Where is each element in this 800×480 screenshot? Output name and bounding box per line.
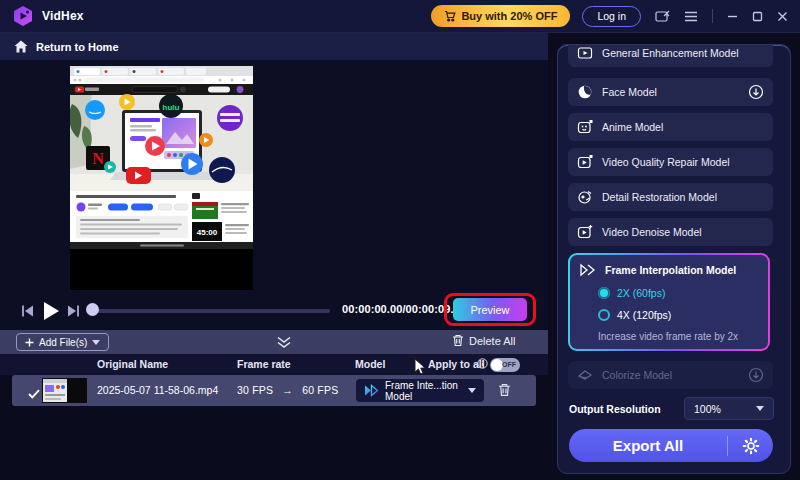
- video-quality-repair-icon: [577, 154, 593, 170]
- colorize-model-icon: [577, 367, 593, 383]
- seek-bar[interactable]: [93, 309, 330, 313]
- plus-icon: [25, 338, 34, 347]
- app-title: VidHex: [42, 9, 84, 23]
- selected-model-label: Frame Interpolation Model: [605, 264, 736, 276]
- delete-all-label: Delete All: [469, 335, 515, 347]
- export-all-button[interactable]: Export All: [569, 429, 773, 462]
- fps-from: 30 FPS: [237, 384, 273, 396]
- menu-icon[interactable]: [684, 11, 698, 22]
- video-duration-badge: 45:00: [197, 228, 218, 237]
- radio-selected-icon: [598, 287, 610, 299]
- face-model-icon: [577, 84, 593, 100]
- model-item-detail-restoration[interactable]: Detail Restoration Model: [568, 183, 773, 211]
- model-item-video-denoise[interactable]: Video Denoise Model: [568, 218, 773, 246]
- model-item-label: Colorize Model: [602, 369, 672, 381]
- apply-to-all-toggle[interactable]: OFF: [490, 358, 520, 372]
- file-name: 2025-05-07 11-58-06.mp4: [97, 384, 218, 396]
- player-controls: 00:00:00.00/00:00:09.18 Preview: [0, 293, 548, 330]
- row-model-value: Frame Inte...tion Model: [385, 380, 462, 402]
- buy-button-label: Buy with 20% OFF: [461, 10, 557, 22]
- maximize-button[interactable]: [752, 11, 763, 22]
- model-item-label: Face Model: [602, 86, 657, 98]
- model-item-video-quality-repair[interactable]: Video Quality Repair Model: [568, 148, 773, 176]
- export-settings-gear-icon[interactable]: [728, 437, 773, 455]
- netflix-logo: N: [92, 150, 104, 167]
- title-bar: VidHex Buy with 20% OFF Log in: [0, 0, 800, 33]
- model-item-label: Video Denoise Model: [602, 226, 702, 238]
- add-files-caret-icon: [92, 340, 100, 345]
- previous-frame-button[interactable]: [20, 304, 35, 322]
- model-item-frame-interpolation[interactable]: Frame Interpolation Model 2X (60fps) 4X …: [568, 253, 770, 351]
- row-model-dropdown[interactable]: Frame Inte...tion Model: [356, 379, 484, 402]
- model-item-label: Anime Model: [602, 121, 663, 133]
- login-button-label: Log in: [597, 10, 626, 22]
- model-item-anime[interactable]: Anime Model: [568, 113, 773, 141]
- row-delete-button[interactable]: [498, 383, 511, 401]
- home-icon: [14, 40, 28, 53]
- seek-thumb[interactable]: [86, 303, 99, 316]
- download-icon-disabled[interactable]: [748, 367, 764, 383]
- model-item-label: Detail Restoration Model: [602, 191, 717, 203]
- output-resolution-label: Output Resolution: [569, 403, 661, 415]
- fps-arrow: →: [282, 384, 293, 396]
- preview-button-label: Preview: [470, 304, 509, 316]
- video-denoise-icon: [577, 224, 593, 240]
- model-item-label: Video Quality Repair Model: [602, 156, 730, 168]
- buy-discount-button[interactable]: Buy with 20% OFF: [431, 5, 570, 27]
- add-files-button[interactable]: Add File(s): [16, 333, 109, 351]
- frame-interpolation-icon: [579, 263, 596, 277]
- option-4x-label: 4X (120fps): [617, 309, 671, 321]
- models-panel: General Enhancement Model Face Model: [557, 44, 791, 474]
- preview-button[interactable]: Preview: [453, 298, 527, 321]
- add-files-label: Add File(s): [39, 337, 87, 348]
- export-all-label: Export All: [569, 437, 727, 454]
- toggle-state-label: OFF: [502, 361, 516, 368]
- model-item-general-enhancement[interactable]: General Enhancement Model: [568, 44, 773, 67]
- row-selected-check-icon[interactable]: [28, 385, 40, 403]
- delete-all-button[interactable]: Delete All: [452, 334, 515, 347]
- output-resolution-value: 100%: [694, 403, 721, 415]
- model-item-colorize[interactable]: Colorize Model: [568, 361, 773, 389]
- file-toolbar: Add File(s) Delete All: [0, 330, 548, 354]
- cart-icon: [444, 10, 456, 22]
- info-icon[interactable]: [477, 358, 488, 371]
- anime-model-icon: [577, 119, 593, 135]
- selected-model-description: Increase video frame rate by 2x: [598, 331, 738, 342]
- next-frame-button[interactable]: [66, 304, 81, 322]
- detail-restoration-icon: [577, 189, 593, 205]
- login-button[interactable]: Log in: [582, 6, 641, 27]
- return-home-link[interactable]: Return to Home: [0, 33, 548, 60]
- video-preview[interactable]: hulu N: [70, 66, 253, 290]
- app-logo-icon: [12, 5, 34, 27]
- file-thumbnail: [42, 378, 87, 407]
- close-button[interactable]: [777, 11, 788, 22]
- play-button[interactable]: [42, 301, 60, 325]
- model-item-face[interactable]: Face Model: [568, 78, 773, 106]
- minimize-button[interactable]: [727, 11, 738, 22]
- radio-unselected-icon: [598, 309, 610, 321]
- general-enhancement-icon: [577, 45, 593, 61]
- collapse-panel-icon[interactable]: [274, 335, 294, 353]
- output-resolution-caret-icon: [756, 406, 764, 411]
- output-resolution-dropdown[interactable]: 100%: [684, 397, 774, 420]
- hulu-logo: hulu: [163, 103, 180, 112]
- vidhex-window: VidHex Buy with 20% OFF Log in: [0, 0, 800, 480]
- titlebar-divider: [712, 9, 713, 23]
- feedback-icon[interactable]: [655, 10, 670, 23]
- option-4x-120fps[interactable]: 4X (120fps): [598, 309, 671, 321]
- file-row[interactable]: 2025-05-07 11-58-06.mp4 30 FPS → 60 FPS …: [12, 375, 536, 406]
- column-model: Model: [355, 358, 385, 370]
- trash-icon: [452, 334, 464, 347]
- column-original-name: Original Name: [97, 358, 168, 370]
- fps-to: 60 FPS: [302, 384, 338, 396]
- time-display: 00:00:00.00/00:00:09.18: [342, 303, 466, 315]
- row-model-caret-icon: [468, 388, 476, 393]
- download-icon[interactable]: [748, 84, 764, 100]
- model-item-label: General Enhancement Model: [602, 47, 739, 59]
- file-table-header: Original Name Frame rate Model Apply to …: [0, 354, 548, 375]
- frame-rate-value: 30 FPS → 60 FPS: [237, 384, 338, 396]
- option-2x-60fps[interactable]: 2X (60fps): [598, 287, 665, 299]
- option-2x-label: 2X (60fps): [617, 287, 665, 299]
- mouse-cursor: [413, 358, 427, 378]
- column-frame-rate: Frame rate: [237, 358, 291, 370]
